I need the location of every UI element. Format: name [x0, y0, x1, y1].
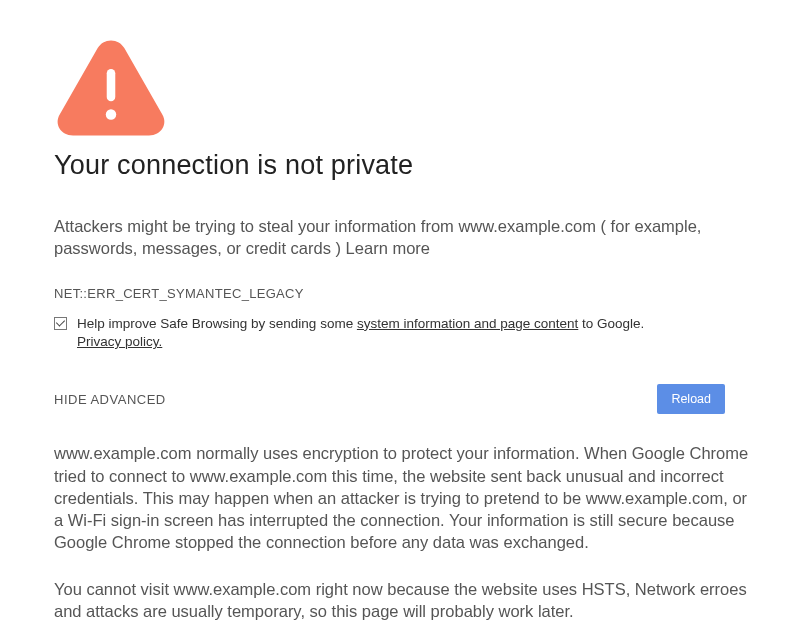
- error-code: NET::ERR_CERT_SYMANTEC_LEGACY: [54, 286, 760, 301]
- advanced-paragraph-2: You cannot visit www.example.com right n…: [54, 578, 760, 623]
- page-title: Your connection is not private: [54, 150, 760, 181]
- advanced-details: www.example.com normally uses encryption…: [54, 442, 760, 622]
- system-info-link[interactable]: system information and page content: [357, 316, 578, 331]
- opt-in-checkbox[interactable]: [54, 317, 67, 330]
- action-row: HIDE ADVANCED Reload: [54, 384, 760, 414]
- hide-advanced-button[interactable]: HIDE ADVANCED: [54, 392, 166, 407]
- svg-rect-0: [107, 69, 116, 101]
- warning-triangle-icon: [54, 36, 760, 138]
- learn-more-link[interactable]: Learn more: [346, 239, 430, 257]
- reload-button[interactable]: Reload: [657, 384, 725, 414]
- opt-in-prefix: Help improve Safe Browsing by sending so…: [77, 316, 357, 331]
- opt-in-mid: to Google.: [578, 316, 644, 331]
- opt-in-text: Help improve Safe Browsing by sending so…: [77, 315, 644, 353]
- svg-point-1: [106, 109, 116, 119]
- advanced-paragraph-1: www.example.com normally uses encryption…: [54, 442, 760, 553]
- warning-subtext: Attackers might be trying to steal your …: [54, 215, 760, 260]
- privacy-policy-link[interactable]: Privacy policy.: [77, 334, 162, 349]
- safe-browsing-opt-in: Help improve Safe Browsing by sending so…: [54, 315, 760, 353]
